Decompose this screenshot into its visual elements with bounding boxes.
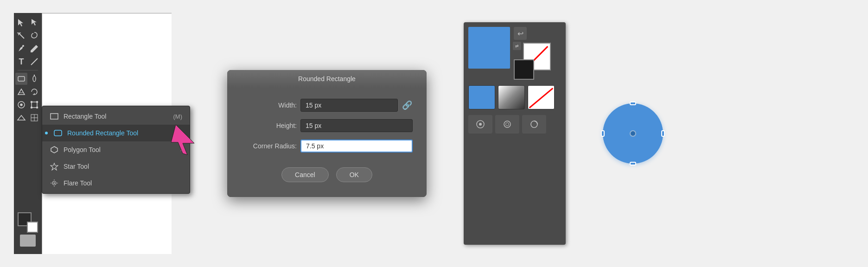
- cancel-button[interactable]: Cancel: [281, 167, 329, 182]
- circle-widget[interactable]: [603, 103, 663, 164]
- corner-radius-label: Corner Radius:: [241, 142, 297, 150]
- color-swatch-area: [18, 212, 38, 233]
- type-tool-btn[interactable]: T: [15, 56, 27, 68]
- svg-point-35: [479, 123, 482, 126]
- swap-colors-button[interactable]: ⇌: [513, 42, 521, 50]
- svg-point-6: [17, 32, 18, 33]
- dropdown-item-polygon[interactable]: Polygon Tool ›: [42, 141, 190, 158]
- rectangle-shortcut: (M): [173, 113, 183, 120]
- svg-rect-24: [54, 130, 62, 136]
- pen-tool-btn[interactable]: [15, 43, 27, 55]
- svg-point-5: [20, 32, 21, 33]
- color-panel-section: ↩ ⇌: [464, 22, 566, 245]
- handle-bottom[interactable]: [630, 162, 636, 165]
- shape-tool-dropdown: Rectangle Tool (M) Rounded Rectangle Too…: [42, 106, 190, 194]
- shape-tool-btn[interactable]: [15, 73, 27, 85]
- height-input[interactable]: [300, 119, 413, 132]
- svg-rect-23: [51, 114, 58, 119]
- dropdown-item-rectangle[interactable]: Rectangle Tool (M): [42, 108, 190, 125]
- handle-right[interactable]: [661, 130, 665, 137]
- panel-top-right: ↩ ⇌: [514, 27, 551, 80]
- undo-button[interactable]: ↩: [514, 27, 527, 40]
- blue-color-swatch-large[interactable]: [468, 27, 510, 69]
- svg-point-37: [506, 123, 509, 126]
- divider-1: [18, 70, 38, 70]
- color-mode-btn[interactable]: [20, 235, 36, 247]
- magic-wand-btn[interactable]: [15, 30, 27, 42]
- paint-brush-btn[interactable]: [28, 73, 40, 85]
- height-field: Height:: [241, 119, 413, 132]
- gradient-color-cell[interactable]: [498, 85, 525, 109]
- selection-tool-btn[interactable]: [15, 17, 27, 29]
- handle-top[interactable]: [630, 102, 636, 105]
- toolbar-row-shapes: [14, 73, 42, 85]
- svg-point-29: [54, 183, 55, 184]
- perspective-btn[interactable]: [15, 112, 27, 124]
- svg-line-8: [31, 58, 38, 65]
- free-transform-btn[interactable]: [28, 99, 40, 111]
- svg-marker-25: [171, 125, 194, 155]
- pencil-tool-btn[interactable]: [28, 43, 40, 55]
- dialog-title-bar: Rounded Rectangle: [227, 70, 427, 88]
- color-cells-row: [468, 85, 561, 109]
- svg-point-36: [504, 121, 511, 127]
- puppet-warp-btn[interactable]: [15, 99, 27, 111]
- dropdown-item-flare[interactable]: Flare Tool: [42, 175, 190, 191]
- color-guide-icon: [529, 119, 539, 129]
- rectangle-label: Rectangle Tool: [64, 113, 106, 120]
- dialog-title: Rounded Rectangle: [298, 75, 356, 83]
- width-input[interactable]: [300, 99, 398, 112]
- toolbar-row-8: [14, 112, 42, 124]
- svg-point-10: [33, 76, 36, 82]
- corner-radius-field: Corner Radius:: [241, 140, 413, 153]
- toolbar-row-7: [14, 99, 42, 111]
- width-field: Width: 🔗: [241, 99, 413, 112]
- none-color-cell[interactable]: [528, 85, 555, 109]
- circle-widget-section: [603, 103, 663, 164]
- svg-point-19: [37, 107, 38, 108]
- toolbar-row-3: [14, 43, 42, 55]
- dropdown-item-rounded-rectangle[interactable]: Rounded Rectangle Tool: [42, 125, 190, 141]
- mesh-btn[interactable]: [28, 112, 40, 124]
- svg-point-7: [22, 45, 24, 47]
- eyedropper-icon: [502, 119, 512, 129]
- cursor-arrow: [171, 120, 208, 157]
- rectangle-icon: [50, 112, 59, 121]
- svg-point-16: [31, 102, 32, 103]
- rounded-rectangle-dialog: Rounded Rectangle Width: 🔗 Height: Corne…: [227, 70, 427, 197]
- svg-marker-26: [51, 146, 57, 153]
- svg-point-14: [20, 104, 22, 106]
- rotate-btn[interactable]: [28, 86, 40, 98]
- star-icon: [50, 162, 59, 171]
- direct-selection-tool-btn[interactable]: [28, 17, 40, 29]
- width-label: Width:: [241, 102, 297, 109]
- svg-point-17: [37, 102, 38, 103]
- eraser-btn[interactable]: [15, 86, 27, 98]
- corner-radius-input[interactable]: [300, 140, 413, 153]
- color-picker-btn[interactable]: [468, 115, 492, 134]
- star-label: Star Tool: [64, 163, 89, 170]
- svg-point-18: [31, 107, 32, 108]
- dialog-body: Width: 🔗 Height: Corner Radius: Cancel O…: [227, 88, 427, 197]
- toolbar: T: [14, 13, 42, 254]
- flare-icon: [50, 178, 59, 188]
- ok-button[interactable]: OK: [336, 167, 372, 182]
- circle-center-dot: [630, 130, 636, 137]
- height-label: Height:: [241, 122, 297, 129]
- handle-left[interactable]: [601, 130, 605, 137]
- color-picker-icon: [475, 119, 485, 129]
- svg-rect-15: [32, 102, 37, 108]
- rounded-rectangle-icon: [53, 128, 63, 138]
- blue-color-cell[interactable]: [468, 85, 495, 109]
- color-guide-btn[interactable]: [522, 115, 546, 134]
- eyedropper-btn[interactable]: [495, 115, 519, 134]
- lasso-btn[interactable]: [28, 30, 40, 42]
- fill-color-box[interactable]: [514, 59, 534, 80]
- line-tool-btn[interactable]: [28, 56, 40, 68]
- stroke-swatch[interactable]: [27, 222, 38, 233]
- link-icon[interactable]: 🔗: [402, 100, 413, 110]
- svg-marker-0: [18, 19, 23, 26]
- svg-marker-27: [51, 163, 58, 170]
- toolbar-section: T: [14, 13, 172, 254]
- dropdown-item-star[interactable]: Star Tool: [42, 158, 190, 175]
